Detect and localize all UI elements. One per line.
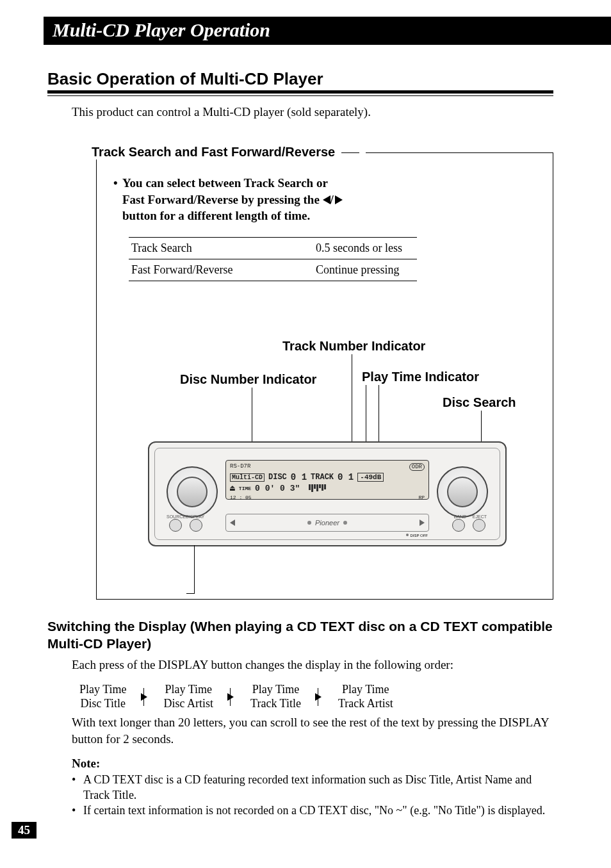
right-dial (437, 466, 488, 518)
note-2: If certain text information is not recor… (83, 803, 545, 818)
section-title: Basic Operation of Multi-CD Player (47, 69, 553, 94)
intro-text: This product can control a Multi-CD play… (72, 105, 553, 119)
label-disc-number-indicator: Disc Number Indicator (180, 372, 316, 387)
arrow-right-icon (227, 688, 236, 706)
lcd-screen: RS-D7R ODR Multi-CD DISC 0 1 TRACK 0 1 -… (225, 460, 429, 500)
lcd-track-label: TRACK (311, 473, 334, 482)
note-1: A CD TEXT disc is a CD featuring recorde… (83, 772, 553, 803)
lcd-odr-badge: ODR (409, 463, 425, 471)
triangle-left-icon (323, 195, 330, 204)
scroll-para: With text longer than 20 letters, you ca… (72, 714, 553, 747)
device-bezel: RS-D7R ODR Multi-CD DISC 0 1 TRACK 0 1 -… (154, 448, 500, 540)
device-illustration: RS-D7R ODR Multi-CD DISC 0 1 TRACK 0 1 -… (148, 441, 507, 546)
prev-icon (230, 520, 235, 526)
manual-page: Multi-CD Player Operation Basic Operatio… (0, 0, 611, 868)
timing-r2c1: Fast Forward/Reverse (129, 259, 313, 281)
lcd-time-value: 0 0' 0 3" (255, 484, 300, 493)
band-button (452, 519, 465, 532)
eject-indicator-icon: ⏏ (230, 483, 235, 493)
label-track-number-indicator: Track Number Indicator (282, 339, 425, 354)
display-label: DISPLAY (186, 514, 204, 519)
bullet-slash: / (330, 193, 334, 206)
next-icon (420, 520, 425, 526)
timing-r1c1: Track Search (129, 238, 313, 259)
page-number: 45 (12, 822, 37, 839)
source-button (169, 519, 182, 532)
seq-item-1: Play Time Disc Title (79, 683, 127, 710)
timing-r1c2: 0.5 seconds or less (313, 238, 417, 259)
lcd-mode: Multi-CD (230, 473, 265, 482)
seq-item-2: Play Time Disc Artist (164, 683, 214, 710)
lcd-model: RS-D7R (230, 463, 250, 471)
timing-r2c2: Continue pressing (313, 259, 417, 281)
subhead-track-search: Track Search and Fast Forward/Reverse (92, 145, 366, 160)
lcd-rp: RP (418, 495, 425, 500)
note-list: •A CD TEXT disc is a CD featuring record… (72, 772, 553, 819)
note-heading: Note: (72, 757, 553, 771)
label-play-time-indicator: Play Time Indicator (362, 370, 479, 384)
lcd-disc-label: DISC (268, 473, 287, 482)
left-dial (167, 466, 218, 518)
bullet-line2a: Fast Forward/Reverse by pressing the (122, 193, 323, 206)
lcd-time-label: TIME (239, 486, 251, 491)
arrow-right-icon (141, 688, 150, 706)
spectrum-icon (309, 484, 326, 492)
triangle-right-icon (335, 195, 343, 204)
switching-display-para: Each press of the DISPLAY button changes… (72, 657, 553, 673)
display-sequence: Play Time Disc Title Play Time Disc Arti… (79, 683, 553, 710)
lcd-track-value: 0 1 (338, 472, 354, 482)
arrow-right-icon (315, 688, 324, 706)
bullet-line1: You can select between Track Search or (122, 176, 328, 190)
diagram-box: Track Search and Fast Forward/Reverse •Y… (96, 152, 553, 600)
switching-display-title: Switching the Display (When playing a CD… (47, 618, 553, 653)
chapter-title: Multi-CD Player Operation (44, 17, 611, 45)
bullet-instruction: •You can select between Track Search or … (113, 175, 536, 224)
label-disc-search: Disc Search (443, 395, 516, 410)
lcd-db: -49dB (357, 473, 384, 482)
eject-label: EJECT (473, 514, 487, 519)
source-label: SOURCE (167, 514, 186, 519)
bullet-line3: button for a different length of time. (122, 209, 310, 222)
lcd-disc-value: 0 1 (291, 472, 307, 482)
leader-line-down (194, 545, 195, 594)
device-button-row: Pioneer (225, 514, 429, 532)
timing-table: Track Search 0.5 seconds or less Fast Fo… (129, 237, 417, 281)
device-brand: Pioneer (315, 519, 339, 527)
seq-item-3: Play Time Track Title (250, 683, 301, 710)
display-button (190, 519, 202, 532)
seq-item-4: Play Time Track Artist (338, 683, 393, 710)
lcd-clock: 12 : 05 (230, 495, 252, 500)
eject-button (473, 519, 485, 532)
disp-off-label: DISP OFF (406, 534, 428, 537)
band-label: BAND (454, 514, 466, 519)
